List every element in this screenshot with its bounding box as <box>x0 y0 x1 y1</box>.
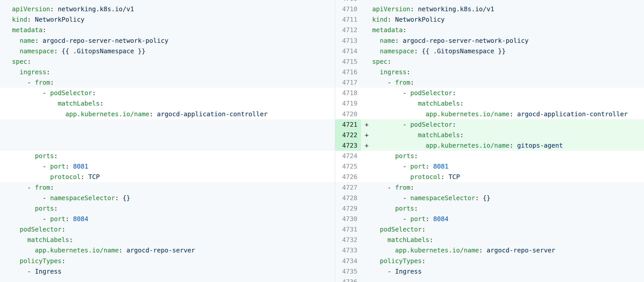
line-number[interactable]: 4721 <box>335 119 361 130</box>
code-segment: : <box>475 194 483 202</box>
code-line-new: namespace: {{ .GitopsNamespace }} <box>361 46 644 56</box>
line-number[interactable]: 4717 <box>335 77 361 88</box>
code-segment: argocd-application-controller <box>157 110 268 118</box>
code-segment <box>372 37 380 44</box>
line-number[interactable]: 4731 <box>335 224 361 235</box>
new-code-row: 4713 name: argocd-repo-server-network-po… <box>335 35 644 46</box>
code-line-new: matchLabels: <box>361 235 644 245</box>
code-segment <box>12 226 20 233</box>
old-code-row: protocol: TCP <box>0 172 335 182</box>
code-segment: argocd-repo-server <box>127 247 195 254</box>
old-code-row: app.kubernetes.io/name: argocd-repo-serv… <box>0 245 335 255</box>
code-line-new: + app.kubernetes.io/name: gitops-agent <box>361 140 644 151</box>
code-line-old: - podSelector: <box>0 88 335 98</box>
new-code-row: 4717 - from: <box>335 77 644 88</box>
code-line-new: metadata: <box>361 25 644 35</box>
new-code-row: 4730 - port: 8084 <box>335 214 644 224</box>
line-number[interactable]: 4714 <box>335 46 361 56</box>
code-segment: podSelector <box>410 121 452 128</box>
code-segment: : <box>100 100 104 107</box>
code-segment: podSelector <box>50 89 92 97</box>
code-segment: ports <box>395 205 414 212</box>
code-segment: : <box>387 58 391 65</box>
line-number[interactable]: 4710 <box>335 4 361 14</box>
code-segment: matchLabels <box>27 236 69 243</box>
code-line-old: - from: <box>0 77 335 88</box>
line-number[interactable]: 4724 <box>335 151 361 161</box>
code-segment: : <box>414 47 422 55</box>
code-segment: : <box>452 89 456 97</box>
code-segment: : <box>50 184 54 191</box>
code-line-old: apiVersion: networking.k8s.io/v1 <box>0 4 335 14</box>
old-code-row: ingress: <box>0 67 335 77</box>
code-segment: : <box>387 16 395 23</box>
code-segment: from <box>35 184 50 191</box>
old-code-row: - port: 8084 <box>0 214 335 224</box>
code-segment <box>372 68 380 76</box>
line-number[interactable]: 4734 <box>335 256 361 266</box>
line-number[interactable]: 4723 <box>335 140 361 151</box>
line-number[interactable]: 4730 <box>335 214 361 224</box>
code-segment: networking.k8s.io/v1 <box>418 5 494 13</box>
code-line-new: - Ingress <box>361 266 644 277</box>
code-line-old: name: argocd-repo-server-network-policy <box>0 35 335 46</box>
code-segment: : <box>414 205 418 212</box>
code-segment: : <box>441 173 449 181</box>
code-segment <box>372 152 395 160</box>
diff-new-panel: 4709---4710apiVersion: networking.k8s.io… <box>335 0 644 282</box>
code-line-old: - from: <box>0 182 335 193</box>
line-number[interactable]: 4722 <box>335 130 361 140</box>
code-segment <box>12 205 35 212</box>
line-number[interactable]: 4716 <box>335 67 361 77</box>
new-code-row: 4720 app.kubernetes.io/name: argocd-appl… <box>335 109 644 119</box>
new-added-code-row: 4722+ matchLabels: <box>335 130 644 140</box>
code-segment: matchLabels <box>418 131 460 139</box>
line-number[interactable]: 4736 <box>335 277 361 282</box>
code-segment <box>372 131 418 139</box>
line-number[interactable]: 4733 <box>335 245 361 255</box>
line-number[interactable]: 4712 <box>335 25 361 35</box>
line-number[interactable]: 4726 <box>335 172 361 182</box>
new-code-row: 4712metadata: <box>335 25 644 35</box>
old-code-row: matchLabels: <box>0 235 335 245</box>
line-number[interactable]: 4715 <box>335 56 361 67</box>
line-number[interactable]: 4711 <box>335 14 361 25</box>
line-number[interactable]: 4729 <box>335 203 361 214</box>
code-segment: TCP <box>449 173 460 181</box>
line-number[interactable]: 4727 <box>335 182 361 193</box>
line-number[interactable]: 4728 <box>335 193 361 203</box>
line-number[interactable]: 4732 <box>335 235 361 245</box>
code-segment: - <box>12 184 35 191</box>
code-line-old: policyTypes: <box>0 256 335 266</box>
code-segment: argocd-repo-server-network-policy <box>43 37 169 44</box>
old-empty-placeholder-row <box>0 119 335 130</box>
code-segment: - <box>372 163 410 170</box>
line-number[interactable]: 4735 <box>335 266 361 277</box>
code-segment: app.kubernetes.io/name <box>426 110 510 118</box>
code-segment: protocol <box>410 173 441 181</box>
line-number[interactable]: 4709 <box>335 0 361 4</box>
old-code-row: - from: <box>0 182 335 193</box>
line-number[interactable]: 4718 <box>335 88 361 98</box>
new-code-row: 4734 policyTypes: <box>335 256 644 266</box>
code-segment: : <box>410 184 414 191</box>
code-segment: TCP <box>88 173 100 181</box>
code-line-old <box>0 119 335 130</box>
code-segment: : <box>410 79 414 86</box>
new-added-code-row: 4723+ app.kubernetes.io/name: gitops-age… <box>335 140 644 151</box>
code-segment: ports <box>395 152 414 160</box>
new-code-row: 4709--- <box>335 0 644 4</box>
code-segment: networking.k8s.io/v1 <box>58 5 134 13</box>
line-number[interactable]: 4713 <box>335 35 361 46</box>
code-segment: : <box>479 247 487 254</box>
code-segment: argocd-repo-server-network-policy <box>403 37 529 44</box>
new-added-code-row: 4721+ - podSelector: <box>335 119 644 130</box>
code-segment <box>372 205 395 212</box>
line-number[interactable]: 4719 <box>335 98 361 109</box>
code-segment: : <box>46 68 50 76</box>
new-code-row: 4735 - Ingress <box>335 266 644 277</box>
code-segment: apiVersion <box>372 5 410 13</box>
line-number[interactable]: 4725 <box>335 161 361 172</box>
line-number[interactable]: 4720 <box>335 109 361 119</box>
code-segment: namespace <box>380 47 414 55</box>
